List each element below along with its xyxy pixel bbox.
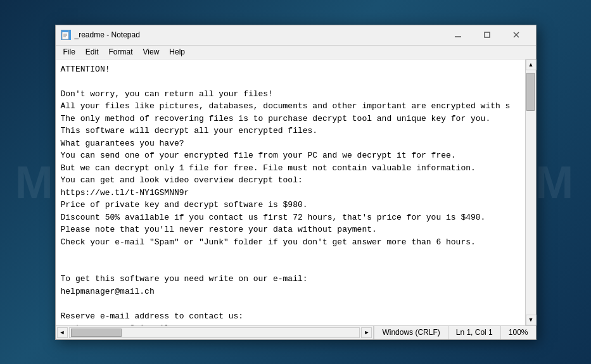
window-title: _readme - Notepad	[75, 30, 443, 39]
scroll-down-button[interactable]: ▼	[526, 315, 537, 325]
menubar: File Edit Format View Help	[56, 46, 536, 60]
menu-format[interactable]: Format	[104, 46, 138, 58]
menu-edit[interactable]: Edit	[80, 46, 104, 58]
notepad-icon	[61, 30, 71, 40]
scroll-up-button[interactable]: ▲	[526, 60, 537, 70]
position-status: Ln 1, Col 1	[448, 326, 500, 339]
text-content: ATTENTION! Don't worry, you can return a…	[58, 62, 523, 325]
hscroll-thumb[interactable]	[71, 329, 122, 337]
status-panels: Windows (CRLF) Ln 1, Col 1 100%	[374, 326, 535, 339]
notepad-window: _readme - Notepad File Edit Format View …	[55, 25, 537, 340]
svg-rect-1	[62, 30, 68, 32]
statusbar: ◄ ► Windows (CRLF) Ln 1, Col 1 100%	[56, 325, 536, 339]
hscroll-track[interactable]	[69, 327, 360, 338]
zoom-status: 100%	[500, 326, 536, 339]
scroll-track[interactable]	[526, 70, 536, 315]
maximize-button[interactable]	[473, 25, 502, 45]
scroll-left-button[interactable]: ◄	[57, 327, 68, 338]
scroll-thumb[interactable]	[526, 73, 535, 111]
content-area: ATTENTION! Don't worry, you can return a…	[56, 60, 536, 325]
menu-help[interactable]: Help	[164, 46, 190, 58]
close-button[interactable]	[502, 25, 531, 45]
svg-rect-6	[485, 32, 490, 37]
vertical-scrollbar[interactable]: ▲ ▼	[525, 60, 536, 325]
encoding-status: Windows (CRLF)	[374, 326, 447, 339]
titlebar: _readme - Notepad	[56, 25, 536, 46]
menu-file[interactable]: File	[58, 46, 80, 58]
minimize-button[interactable]	[443, 25, 473, 45]
titlebar-buttons	[443, 25, 531, 45]
horizontal-scroll-area: ◄ ►	[56, 326, 374, 339]
menu-view[interactable]: View	[138, 46, 165, 58]
text-area[interactable]: ATTENTION! Don't worry, you can return a…	[56, 60, 525, 325]
scroll-right-button[interactable]: ►	[361, 327, 372, 338]
